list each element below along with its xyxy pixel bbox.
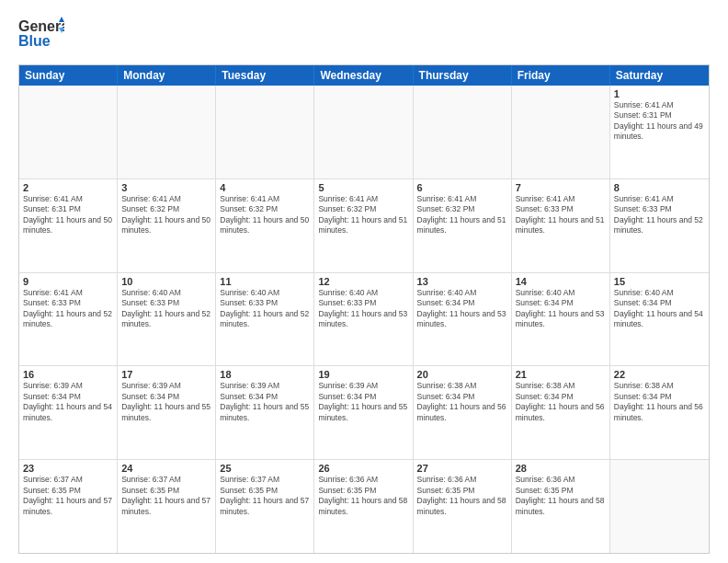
header: General Blue	[18, 15, 710, 57]
day-number: 23	[23, 463, 113, 474]
logo: General Blue	[18, 15, 64, 57]
calendar-header: SundayMondayTuesdayWednesdayThursdayFrid…	[19, 65, 709, 86]
empty-cell	[19, 86, 118, 178]
day-number: 15	[614, 276, 705, 287]
day-info: Sunrise: 6:38 AM Sunset: 6:34 PM Dayligh…	[516, 381, 606, 423]
day-3: 3Sunrise: 6:41 AM Sunset: 6:32 PM Daylig…	[118, 179, 216, 272]
day-17: 17Sunrise: 6:39 AM Sunset: 6:34 PM Dayli…	[118, 366, 216, 459]
day-info: Sunrise: 6:41 AM Sunset: 6:32 PM Dayligh…	[220, 194, 310, 236]
day-10: 10Sunrise: 6:40 AM Sunset: 6:33 PM Dayli…	[118, 273, 216, 366]
day-16: 16Sunrise: 6:39 AM Sunset: 6:34 PM Dayli…	[19, 366, 118, 459]
day-number: 26	[318, 463, 408, 474]
day-1: 1Sunrise: 6:41 AM Sunset: 6:31 PM Daylig…	[610, 86, 709, 178]
day-26: 26Sunrise: 6:36 AM Sunset: 6:35 PM Dayli…	[314, 460, 413, 553]
day-number: 2	[23, 182, 113, 193]
page: General Blue SundayMondayTuesdayWednesda…	[0, 0, 728, 563]
day-number: 11	[220, 276, 310, 287]
day-number: 8	[614, 182, 705, 193]
day-24: 24Sunrise: 6:37 AM Sunset: 6:35 PM Dayli…	[118, 460, 216, 553]
day-number: 10	[121, 276, 211, 287]
day-number: 18	[220, 369, 310, 380]
day-info: Sunrise: 6:37 AM Sunset: 6:35 PM Dayligh…	[121, 475, 211, 517]
empty-cell	[216, 86, 314, 178]
day-info: Sunrise: 6:41 AM Sunset: 6:33 PM Dayligh…	[23, 288, 113, 330]
day-info: Sunrise: 6:41 AM Sunset: 6:32 PM Dayligh…	[121, 194, 211, 236]
weekday-header: Wednesday	[314, 65, 413, 86]
empty-cell	[610, 460, 709, 553]
day-info: Sunrise: 6:37 AM Sunset: 6:35 PM Dayligh…	[23, 475, 113, 517]
day-number: 5	[318, 182, 408, 193]
day-info: Sunrise: 6:40 AM Sunset: 6:34 PM Dayligh…	[516, 288, 606, 330]
day-20: 20Sunrise: 6:38 AM Sunset: 6:34 PM Dayli…	[414, 366, 512, 459]
day-number: 12	[318, 276, 408, 287]
day-info: Sunrise: 6:39 AM Sunset: 6:34 PM Dayligh…	[23, 381, 113, 423]
day-11: 11Sunrise: 6:40 AM Sunset: 6:33 PM Dayli…	[216, 273, 314, 366]
day-info: Sunrise: 6:40 AM Sunset: 6:33 PM Dayligh…	[121, 288, 211, 330]
day-number: 4	[220, 182, 310, 193]
day-info: Sunrise: 6:36 AM Sunset: 6:35 PM Dayligh…	[417, 475, 507, 517]
day-info: Sunrise: 6:36 AM Sunset: 6:35 PM Dayligh…	[318, 475, 408, 517]
day-28: 28Sunrise: 6:36 AM Sunset: 6:35 PM Dayli…	[512, 460, 610, 553]
day-number: 9	[23, 276, 113, 287]
day-27: 27Sunrise: 6:36 AM Sunset: 6:35 PM Dayli…	[414, 460, 512, 553]
day-number: 6	[417, 182, 507, 193]
day-number: 21	[516, 369, 606, 380]
day-info: Sunrise: 6:40 AM Sunset: 6:34 PM Dayligh…	[417, 288, 507, 330]
day-info: Sunrise: 6:40 AM Sunset: 6:33 PM Dayligh…	[220, 288, 310, 330]
day-8: 8Sunrise: 6:41 AM Sunset: 6:33 PM Daylig…	[610, 179, 709, 272]
day-info: Sunrise: 6:39 AM Sunset: 6:34 PM Dayligh…	[220, 381, 310, 423]
day-info: Sunrise: 6:37 AM Sunset: 6:35 PM Dayligh…	[220, 475, 310, 517]
week-row-1: 1Sunrise: 6:41 AM Sunset: 6:31 PM Daylig…	[19, 86, 709, 179]
day-number: 22	[614, 369, 705, 380]
calendar: SundayMondayTuesdayWednesdayThursdayFrid…	[18, 64, 710, 554]
week-row-4: 16Sunrise: 6:39 AM Sunset: 6:34 PM Dayli…	[19, 366, 709, 460]
week-row-3: 9Sunrise: 6:41 AM Sunset: 6:33 PM Daylig…	[19, 273, 709, 367]
day-number: 17	[121, 369, 211, 380]
day-info: Sunrise: 6:41 AM Sunset: 6:31 PM Dayligh…	[23, 194, 113, 236]
week-row-5: 23Sunrise: 6:37 AM Sunset: 6:35 PM Dayli…	[19, 460, 709, 553]
calendar-body: 1Sunrise: 6:41 AM Sunset: 6:31 PM Daylig…	[19, 86, 709, 553]
weekday-header: Monday	[118, 65, 216, 86]
empty-cell	[414, 86, 512, 178]
day-info: Sunrise: 6:36 AM Sunset: 6:35 PM Dayligh…	[516, 475, 606, 517]
day-number: 13	[417, 276, 507, 287]
day-5: 5Sunrise: 6:41 AM Sunset: 6:32 PM Daylig…	[314, 179, 413, 272]
weekday-header: Thursday	[414, 65, 512, 86]
svg-text:Blue: Blue	[18, 33, 51, 49]
day-number: 25	[220, 463, 310, 474]
day-info: Sunrise: 6:41 AM Sunset: 6:32 PM Dayligh…	[417, 194, 507, 236]
day-number: 27	[417, 463, 507, 474]
day-number: 28	[516, 463, 606, 474]
day-info: Sunrise: 6:38 AM Sunset: 6:34 PM Dayligh…	[417, 381, 507, 423]
empty-cell	[118, 86, 216, 178]
weekday-header: Friday	[512, 65, 610, 86]
day-14: 14Sunrise: 6:40 AM Sunset: 6:34 PM Dayli…	[512, 273, 610, 366]
day-12: 12Sunrise: 6:40 AM Sunset: 6:33 PM Dayli…	[314, 273, 413, 366]
day-number: 1	[614, 88, 705, 99]
day-number: 7	[516, 182, 606, 193]
empty-cell	[512, 86, 610, 178]
day-4: 4Sunrise: 6:41 AM Sunset: 6:32 PM Daylig…	[216, 179, 314, 272]
day-22: 22Sunrise: 6:38 AM Sunset: 6:34 PM Dayli…	[610, 366, 709, 459]
day-25: 25Sunrise: 6:37 AM Sunset: 6:35 PM Dayli…	[216, 460, 314, 553]
day-number: 24	[121, 463, 211, 474]
day-info: Sunrise: 6:41 AM Sunset: 6:33 PM Dayligh…	[516, 194, 606, 236]
day-9: 9Sunrise: 6:41 AM Sunset: 6:33 PM Daylig…	[19, 273, 118, 366]
day-18: 18Sunrise: 6:39 AM Sunset: 6:34 PM Dayli…	[216, 366, 314, 459]
day-19: 19Sunrise: 6:39 AM Sunset: 6:34 PM Dayli…	[314, 366, 413, 459]
day-info: Sunrise: 6:41 AM Sunset: 6:31 PM Dayligh…	[614, 100, 705, 143]
day-13: 13Sunrise: 6:40 AM Sunset: 6:34 PM Dayli…	[414, 273, 512, 366]
day-6: 6Sunrise: 6:41 AM Sunset: 6:32 PM Daylig…	[414, 179, 512, 272]
day-info: Sunrise: 6:38 AM Sunset: 6:34 PM Dayligh…	[614, 381, 705, 423]
day-info: Sunrise: 6:39 AM Sunset: 6:34 PM Dayligh…	[318, 381, 408, 423]
day-info: Sunrise: 6:41 AM Sunset: 6:32 PM Dayligh…	[318, 194, 408, 236]
day-info: Sunrise: 6:41 AM Sunset: 6:33 PM Dayligh…	[614, 194, 705, 236]
weekday-header: Saturday	[610, 65, 709, 86]
weekday-header: Tuesday	[216, 65, 314, 86]
day-number: 20	[417, 369, 507, 380]
weekday-header: Sunday	[19, 65, 118, 86]
day-2: 2Sunrise: 6:41 AM Sunset: 6:31 PM Daylig…	[19, 179, 118, 272]
day-15: 15Sunrise: 6:40 AM Sunset: 6:34 PM Dayli…	[610, 273, 709, 366]
empty-cell	[314, 86, 413, 178]
day-number: 19	[318, 369, 408, 380]
